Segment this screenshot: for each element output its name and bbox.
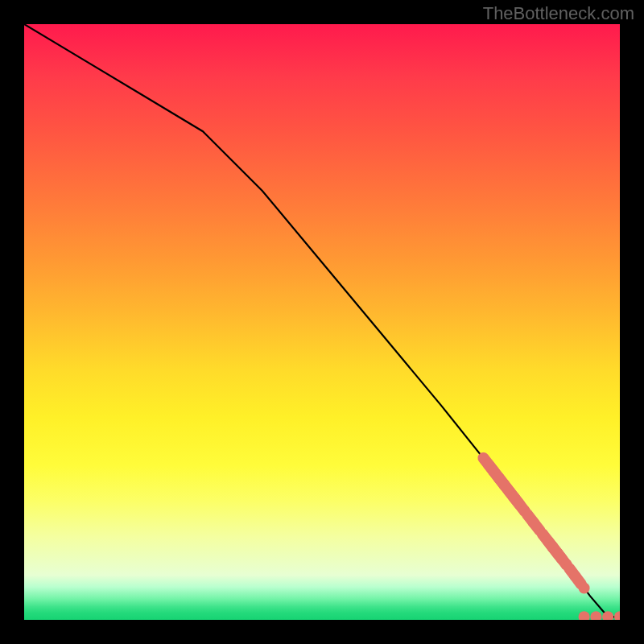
dash-dot <box>590 611 601 620</box>
dash-segment <box>576 576 581 584</box>
main-curve <box>24 24 620 617</box>
dash-dot <box>614 611 620 620</box>
dash-dot <box>579 611 590 620</box>
watermark-text: TheBottleneck.com <box>483 3 634 24</box>
dash-segment <box>533 522 540 530</box>
plot-area <box>24 24 620 620</box>
frame: TheBottleneck.com <box>0 0 644 644</box>
curve-svg <box>24 24 620 620</box>
dotted-layer <box>483 458 620 620</box>
curve-layer <box>24 24 620 617</box>
